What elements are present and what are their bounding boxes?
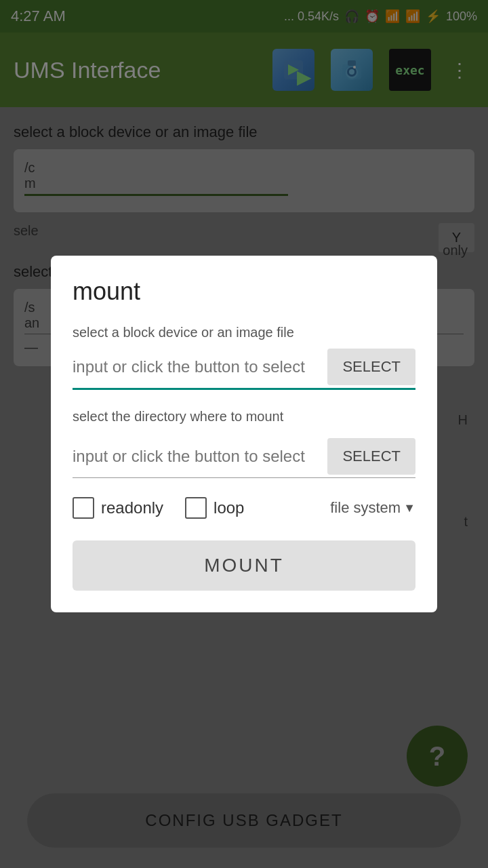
filesystem-label: file system: [330, 499, 401, 517]
directory-input-row: SELECT: [73, 438, 415, 475]
mount-button[interactable]: MOUNT: [73, 540, 415, 591]
select-button-1[interactable]: SELECT: [327, 349, 415, 385]
select-button-2[interactable]: SELECT: [327, 438, 415, 475]
options-row: readonly loop file system ▼: [73, 497, 415, 519]
loop-checkbox[interactable]: [185, 497, 207, 519]
block-device-input[interactable]: [73, 355, 319, 379]
directory-underline: [73, 477, 415, 478]
block-device-underline: [73, 388, 415, 390]
directory-label: select the directory where to mount: [73, 409, 415, 425]
block-device-input-row: SELECT: [73, 349, 415, 385]
loop-label: loop: [214, 498, 244, 517]
loop-wrap: loop: [185, 497, 244, 519]
filesystem-dropdown[interactable]: file system ▼: [330, 499, 415, 517]
dropdown-arrow-icon: ▼: [403, 501, 415, 515]
readonly-label: readonly: [101, 498, 163, 517]
directory-input[interactable]: [73, 444, 319, 469]
mount-dialog: mount select a block device or an image …: [51, 256, 437, 612]
dialog-title: mount: [73, 277, 415, 306]
readonly-checkbox[interactable]: [73, 497, 94, 519]
block-device-label: select a block device or an image file: [73, 325, 415, 340]
readonly-wrap: readonly: [73, 497, 163, 519]
